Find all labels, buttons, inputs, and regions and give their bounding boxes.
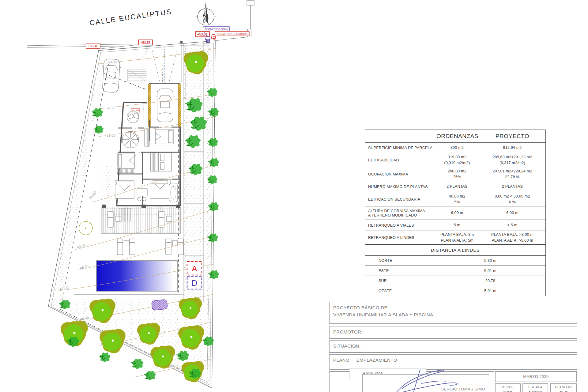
col-ordenanzas: ORDENANZAS	[435, 130, 479, 143]
project-box: PROYECTO BÁSICO DE: VIVIENDA UNIFAMILIAR…	[329, 302, 577, 324]
ref-value: 509	[496, 390, 520, 392]
garage	[148, 83, 181, 127]
row-label: RETRANQUEO A LINDES	[368, 236, 434, 240]
table-row: EDIFICACION SECUNDARIA 40,00 m25% 0,00 m…	[365, 192, 546, 206]
table-row: NORTE 5,30 m	[365, 256, 546, 266]
row-label: ESTE	[365, 266, 435, 276]
row-label: OESTE	[365, 286, 435, 296]
table-row: SUR 20,78	[365, 276, 546, 286]
ramp-label: PENDIENTE 1:5	[161, 64, 164, 83]
table-row: RETRANQUEO A LINDES PLANTA BAJA: 3mPLANT…	[365, 231, 546, 244]
round-table	[127, 111, 139, 123]
table-row: NUMERO MAXIMO DE PLANTAS 2 PLANTAS 2 PLA…	[365, 181, 546, 192]
acometida-electrica-label: ACOMETIDA ELECTRICA	[217, 32, 247, 36]
street-label: CALLE EUCALIPTUS	[89, 7, 173, 27]
ref-cell: Nº REF. 509	[495, 383, 521, 392]
acometida-agua-label: ACOMETIDA AGUA	[205, 28, 228, 31]
svg-text:50.00: 50.00	[89, 190, 97, 199]
svg-text:51.00: 51.00	[107, 134, 115, 137]
elevation-marker: +53,51	[197, 32, 208, 36]
row-value: 5,01 m	[435, 266, 546, 276]
empty-header	[365, 130, 435, 143]
site-plan: PENDIENTE 1:5	[0, 0, 294, 392]
row-label: ALTURA DE CORNISA MAXIMA	[368, 209, 434, 213]
signature-box: SERGIO TOMAS SIMO Arquitecto 8774	[362, 374, 489, 392]
deck	[101, 205, 181, 233]
svg-text:53.00: 53.00	[108, 60, 117, 64]
promotor-box: PROMOTOR:	[329, 326, 577, 339]
spiral-stair	[122, 131, 139, 148]
row-value: 5,30 m	[435, 256, 546, 266]
row-label: SUPERFICIE MINIMA DE PARCELA	[368, 146, 434, 150]
architect-name: SERGIO TOMAS SIMO	[441, 387, 485, 391]
acometidas: ACOMETIDA AGUA ACOMETIDA ELECTRICA	[203, 27, 249, 43]
tree	[100, 329, 126, 353]
bush	[94, 126, 104, 134]
table-row: RETRANQUEO A VIALES 5 m > 5 m	[365, 220, 546, 231]
row-label: NUMERO MAXIMO DE PLANTAS	[368, 185, 434, 189]
row-label: SUR	[365, 276, 435, 286]
bed	[150, 179, 170, 198]
purple-element	[151, 299, 168, 310]
svg-text:D: D	[192, 278, 198, 288]
scale-cell: ESCALA 1/200	[522, 383, 548, 392]
bed	[156, 129, 173, 144]
sheet-label: PLANO Nº	[551, 384, 576, 389]
distancia-table: DISTANCIA A LINDES NORTE 5,30 m ESTE 5,0…	[365, 244, 546, 296]
desk	[137, 189, 147, 201]
row-label: NORTE	[365, 256, 435, 266]
entry-stairs	[128, 69, 146, 81]
table-row: OESTE 5,01 m	[365, 286, 546, 296]
col-proyecto: PROYECTO	[479, 130, 546, 143]
garden-stairs	[119, 208, 133, 221]
plan-sheet: PENDIENTE 1:5	[0, 0, 588, 392]
project-label: PROYECTO BÁSICO DE:	[330, 302, 577, 310]
scale-label: ESCALA	[523, 384, 548, 389]
ordenanzas-table: ORDENANZAS PROYECTO SUPERFICIE MINIMA DE…	[365, 130, 546, 244]
bed	[117, 153, 134, 168]
bush	[99, 352, 110, 362]
distancia-title: DISTANCIA A LINDES	[365, 245, 546, 256]
bush	[131, 359, 144, 369]
svg-text:49.00: 49.00	[76, 243, 86, 249]
scale-value: 1/200	[523, 390, 548, 392]
ref-label: Nº REF.	[496, 384, 520, 389]
marker-a: A	[187, 262, 202, 275]
elevation-marker: +53,40	[88, 44, 98, 48]
row-label: OCUPACIÓN MÁXIMA	[368, 172, 434, 176]
row-value: 5,01 m	[435, 286, 546, 296]
plano-value: EMPLAZAMIENTO	[356, 357, 397, 363]
table-header-row: DISTANCIA A LINDES	[365, 245, 546, 256]
svg-text:A: A	[192, 264, 197, 273]
interior-level-label: +52,80	[132, 109, 139, 112]
promotor-label: PROMOTOR:	[330, 326, 577, 337]
date-value: MARZO 2025	[496, 372, 576, 379]
bed	[151, 153, 172, 171]
sheet-cell: PLANO Nº G.3	[550, 383, 577, 392]
bed	[115, 181, 134, 198]
table-row: OCUPACIÓN MÁXIMA 200,00 m225% 207,01 m2<…	[365, 167, 546, 181]
project-name: VIVIENDA UNIFAMILIAR AISLADA Y PISCINA	[330, 310, 577, 320]
row-label: EDIFICACION SECUNDARIA	[368, 197, 434, 202]
table-row: ESTE 5,01 m	[365, 266, 546, 276]
house-plan: +52,80	[101, 59, 181, 221]
bathtub	[169, 183, 178, 202]
row-label: RETRANQUEO A VIALES	[368, 223, 434, 228]
pool	[75, 261, 180, 294]
sheet-value: G.3	[551, 390, 576, 392]
table-row: SUPERFICIE MINIMA DE PARCELA 800 m2 912,…	[365, 143, 546, 153]
table-row: ALTURA DE CORNISA MAXIMAA TERRENO MODIFI…	[365, 206, 546, 220]
date-box: MARZO 2025	[495, 371, 577, 382]
plano-label: PLANO:	[333, 357, 351, 363]
plano-box: PLANO:EMPLAZAMIENTO	[329, 354, 577, 370]
north-compass: N	[195, 3, 217, 29]
situacion-label: SITUACIÓN:	[330, 341, 577, 351]
table-header-row: ORDENANZAS PROYECTO	[365, 130, 546, 143]
situacion-box: SITUACIÓN:	[329, 340, 577, 353]
row-value: 20,78	[435, 276, 546, 286]
north-letter: N	[202, 12, 209, 22]
bush	[144, 371, 156, 380]
svg-text:48.00: 48.00	[79, 264, 89, 270]
row-label: EDIFICABILIDAD	[368, 158, 434, 162]
elevation-marker: +53,56	[140, 41, 151, 44]
